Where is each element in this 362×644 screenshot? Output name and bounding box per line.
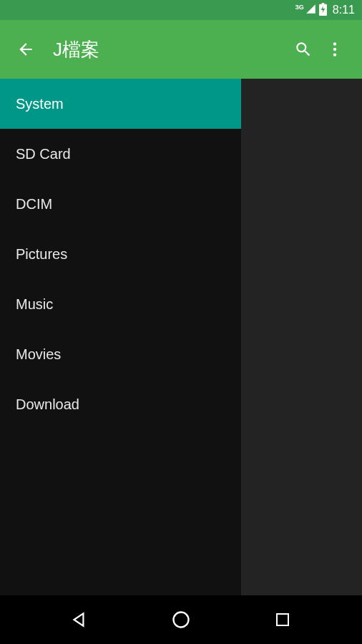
drawer-item-system[interactable]: System (0, 79, 241, 129)
svg-point-3 (333, 48, 336, 51)
more-vert-icon (326, 40, 344, 59)
signal-icon (305, 4, 316, 16)
svg-point-2 (333, 42, 336, 45)
square-recent-icon (274, 611, 291, 628)
system-navigation-bar (0, 595, 362, 644)
status-bar: 3G 8:11 (0, 0, 362, 20)
drawer-item-movies[interactable]: Movies (0, 329, 241, 379)
nav-back-button[interactable] (58, 598, 101, 641)
content-area: System SD Card DCIM Pictures Music Movie… (0, 79, 362, 595)
overflow-menu-button[interactable] (319, 34, 351, 65)
arrow-back-icon (16, 40, 35, 59)
main-content (241, 79, 362, 595)
app-title: J檔案 (53, 37, 288, 62)
drawer-item-label: Download (16, 396, 79, 413)
battery-icon (319, 3, 327, 18)
network-type-label: 3G (295, 4, 304, 11)
drawer-item-pictures[interactable]: Pictures (0, 229, 241, 279)
drawer-item-label: DCIM (16, 196, 52, 213)
app-bar: J檔案 (0, 20, 362, 79)
drawer-item-label: SD Card (16, 146, 71, 162)
back-button[interactable] (11, 35, 40, 64)
svg-point-4 (333, 53, 336, 56)
navigation-drawer: System SD Card DCIM Pictures Music Movie… (0, 79, 241, 595)
drawer-item-label: Movies (16, 346, 61, 363)
nav-recent-button[interactable] (261, 598, 304, 641)
drawer-item-music[interactable]: Music (0, 279, 241, 329)
drawer-item-label: Pictures (16, 246, 67, 263)
nav-home-button[interactable] (160, 598, 202, 641)
circle-home-icon (171, 610, 191, 630)
drawer-item-download[interactable]: Download (0, 379, 241, 429)
search-button[interactable] (288, 34, 319, 65)
drawer-item-label: System (16, 96, 64, 112)
drawer-item-label: Music (16, 296, 53, 313)
clock-label: 8:11 (333, 4, 355, 16)
svg-rect-1 (322, 3, 325, 5)
triangle-back-icon (70, 610, 89, 629)
drawer-item-dcim[interactable]: DCIM (0, 179, 241, 229)
svg-rect-6 (277, 614, 288, 625)
search-icon (294, 40, 313, 59)
svg-point-5 (174, 613, 189, 628)
drawer-item-sdcard[interactable]: SD Card (0, 129, 241, 179)
